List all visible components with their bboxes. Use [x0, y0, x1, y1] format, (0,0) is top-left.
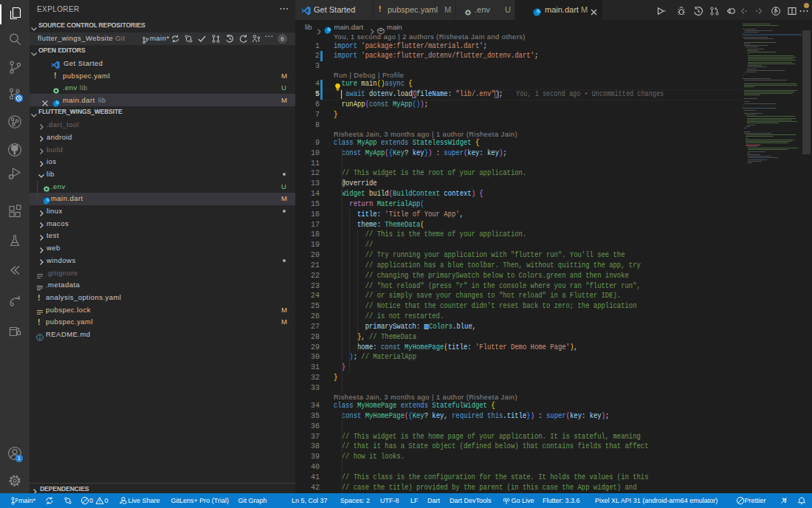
svg-text:1: 1 — [18, 455, 21, 461]
